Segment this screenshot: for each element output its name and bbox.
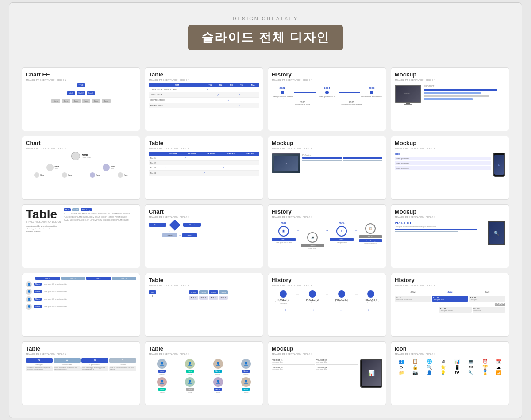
- td-c4: ✓: [237, 103, 247, 108]
- hn-arrow-2: →: [325, 222, 329, 233]
- swot-t: T: [109, 358, 136, 363]
- cloud-icon: ☁: [496, 365, 501, 370]
- slide-content-11: 2022 ◉ Title 01 Lorem ipsum dolor sit am…: [272, 220, 382, 264]
- feat-th-6: FEATURE: [240, 152, 259, 156]
- tl-year-2024: 2024: [316, 87, 338, 89]
- tablet-screen: 🔍: [489, 222, 504, 244]
- swot-content-w: Where are the areas of weakness that nee…: [54, 366, 81, 371]
- person2-name-3: Name: [214, 370, 222, 373]
- phone-icon: 📱: [454, 365, 460, 370]
- icon-item-6: 💻: [465, 359, 478, 364]
- icon-grid-container: 👥 📋 🌐 🖥 📊 💻 ⏰ 📅 ⚙ 🔒 🔍 ⭐ 📱 ✉ 🏆 ☁: [395, 359, 505, 375]
- slide-title-19: Mockup: [272, 345, 382, 352]
- slide-content-13: Title 01 Title 02 Title 03 Title 04 👤 Na…: [26, 277, 136, 333]
- hd-text-3: Lorem ipsum dolor sit: [330, 301, 353, 303]
- check-icon: ✓: [206, 88, 208, 91]
- laptop-icon: 💻: [468, 359, 473, 364]
- org-gc-text-3: Name: [96, 174, 100, 176]
- person2-avatar-7: 👤: [213, 377, 223, 387]
- slide-card-mockup-tablet: Mockup TRAVEL PRESENTATION DESIGN PROJEC…: [391, 204, 509, 268]
- slide-subtitle-2: TRAVEL PRESENTATION DESIGN: [149, 79, 259, 81]
- star-icon: ⭐: [440, 365, 446, 370]
- hd-proj1: PROJECT 1 Lorem ipsum dolor sit amet con…: [272, 290, 295, 305]
- ph-title3: Title 03: [86, 277, 111, 280]
- projects-text: PROJECT 01 Lorem ipsum dolor PROJECT 02 …: [272, 359, 358, 388]
- clock-icon: ⏰: [482, 359, 488, 364]
- person2-avatar-5: 👤: [157, 377, 167, 387]
- slide-title-7: Mockup: [272, 140, 382, 146]
- tl-dot-2026: [370, 91, 373, 94]
- hn-2022: 2022 ◉ Title 01 Lorem ipsum dolor sit am…: [272, 222, 296, 244]
- org-gc-avatar-3: [90, 172, 95, 178]
- chart-bar-icon: 📊: [454, 359, 460, 364]
- feat-td-4: [202, 156, 221, 161]
- flow-box-1: Process: [149, 223, 166, 227]
- org-gc-text-1: Name: [40, 174, 44, 176]
- project-grid: [302, 157, 382, 161]
- slide-subtitle-11: TRAVEL PRESENTATION DESIGN: [272, 216, 382, 218]
- tablet-info: PROJECT Lorem ipsum dolor sit amet conse…: [395, 221, 486, 232]
- swot-content-s: What are our strengths and competitive a…: [26, 366, 53, 371]
- td-label: LOREM IPSUM DOLOR SIT AMET: [149, 87, 205, 92]
- person-row-2: 👤 Name Lorem ipsum dolor sit amet consec…: [26, 289, 136, 295]
- person2-avatar-8: 👤: [241, 377, 251, 387]
- hg-years-top: 2022 2023 2024: [395, 290, 505, 294]
- td-c2: [215, 97, 226, 103]
- person2-title-5: Job Title: [160, 392, 165, 393]
- badge-2: T1 03: [72, 208, 79, 211]
- slide-title-3: History: [272, 71, 382, 78]
- slide-title-17: Table: [26, 345, 136, 352]
- person-text-1: Lorem ipsum dolor sit amet consectetur: [44, 283, 136, 285]
- hd-arrow-1: ↓: [285, 308, 286, 312]
- slide-subtitle-17: TRAVEL PRESENTATION DESIGN: [26, 353, 136, 355]
- slide-title-10: Chart: [149, 208, 259, 215]
- person2-title-7: Job Title: [215, 392, 220, 393]
- slide-subtitle-16: TRAVEL PRESENTATION DESIGN: [395, 284, 505, 287]
- td-label: CRYPTOGRAPHY: [149, 97, 205, 103]
- org-avatar-2: [46, 164, 54, 171]
- org-box-3b1: Item: [72, 99, 81, 103]
- icon-item-13: 📱: [450, 365, 464, 370]
- slide-card-history-dots: History TRAVEL PRESENTATION DESIGN PROJE…: [268, 273, 386, 337]
- slide-subtitle-6: TRAVEL PRESENTATION DESIGN: [149, 147, 259, 150]
- org-avatar-3: [103, 164, 110, 171]
- table-row: Title 03 ✓ ✓: [149, 165, 259, 170]
- flow-row-3: Option → Output: [162, 233, 259, 237]
- org-gc-2: Name: [62, 172, 72, 178]
- icon-item-1: 👥: [395, 359, 408, 364]
- hier-mid-3: Tit Sub: [209, 290, 218, 294]
- icon-item-18: 📷: [409, 370, 422, 375]
- hd-line-3: —: [355, 290, 358, 296]
- org-child-2: NameSub: [103, 164, 115, 171]
- feat-td-4d: ✓: [202, 170, 221, 176]
- persons-header: Title 01 Title 02 Title 03 Title 04: [26, 277, 136, 280]
- slide-card-table-persons: Title 01 Title 02 Title 03 Title 04 👤 Na…: [22, 273, 140, 337]
- slide-title-18: Table: [149, 345, 259, 352]
- org-name-1: NameSub Title: [82, 153, 90, 159]
- td-c1: [205, 103, 215, 108]
- org-child-1: NameSub: [46, 164, 59, 171]
- org-gc-1: Name: [34, 172, 44, 178]
- slide-title-5: Chart: [26, 140, 136, 146]
- check-icon: ✓: [203, 172, 205, 175]
- icon-item-11: 🔍: [423, 365, 436, 370]
- org-name-box: NameSub Title: [71, 152, 90, 160]
- feat-td-6b: [240, 160, 259, 165]
- hierarchy-layout: Title Tit Sub Tit Sub Tit Sub Tit Sub Ti…: [149, 290, 259, 300]
- person2-5: 👤 Name Job Title: [149, 377, 175, 393]
- tablet-desc: Lorem ipsum dolor sit amet consectetur a…: [395, 226, 486, 228]
- screen-inner: ▶: [274, 156, 298, 171]
- table-big-left: Table TRAVEL PRESENTATION DESIGN Lorem i…: [26, 208, 62, 233]
- persons2-grid-row2: 👤 Name Job Title 👤 Name Job Title 👤 Name…: [149, 377, 259, 393]
- person2-title-4: Job Title: [243, 374, 248, 375]
- check-table: ITEM T01 T02 T03 T04 Num LOREM IPSUM DOL…: [149, 83, 259, 108]
- tablet-bar-2: [395, 231, 458, 232]
- hier-bot-4: Tit Sub: [219, 296, 228, 300]
- phone-box-2: Lorem ipsum text: [395, 161, 491, 165]
- hn-label-2022: Title 01: [272, 238, 296, 241]
- swot-headers: S W O T: [26, 358, 136, 363]
- proj-item-3: PROJECT 03 Lorem ipsum dolor: [272, 366, 315, 370]
- hg-spacer-1: [395, 302, 494, 306]
- table-big-right: T1 02 T1 03 100 charge Revenue LOREM IPS…: [64, 208, 136, 221]
- proj-item-text-2: Lorem ipsum dolor: [316, 361, 359, 363]
